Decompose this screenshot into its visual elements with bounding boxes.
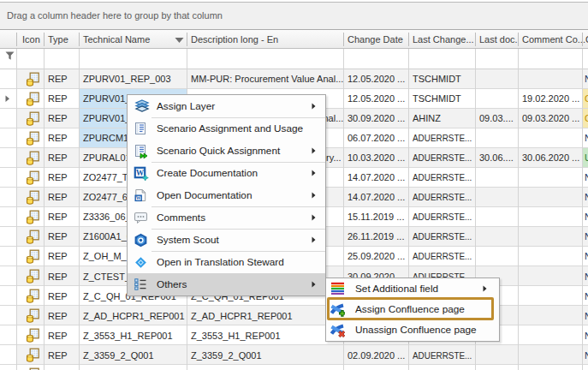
svg-text:W: W [136,195,141,200]
svg-text:W: W [136,169,145,177]
